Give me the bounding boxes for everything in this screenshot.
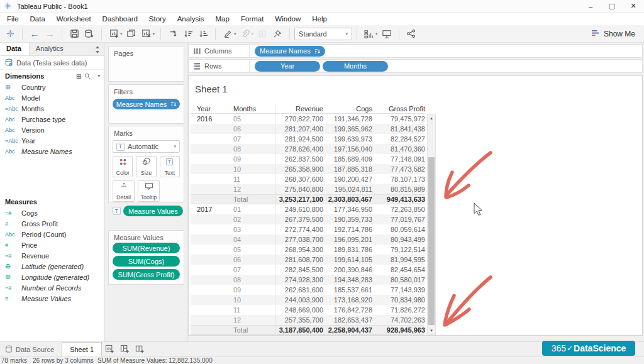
dimension-field[interactable]: AbcModel <box>0 92 104 103</box>
color-button[interactable]: Color <box>113 156 133 177</box>
data-source-item[interactable]: Data (Tesla sales data) <box>0 56 104 70</box>
undo-icon[interactable]: ← <box>28 28 42 40</box>
dimensions-menu-caret[interactable]: ▾ <box>97 74 100 79</box>
table-row[interactable]: 06281,608,700199,614,10581,994,595 <box>191 255 425 265</box>
shelf-pill-measure-names[interactable]: Measure Names <box>255 46 325 57</box>
table-row[interactable]: 06281,207,400199,365,96281,841,438 <box>191 124 425 134</box>
new-worksheet-tab-icon[interactable] <box>102 342 117 356</box>
clear-sheet-caret[interactable]: ▾ <box>153 31 155 36</box>
fit-caret[interactable]: ▾ <box>375 31 378 36</box>
show-mark-labels-icon[interactable]: T <box>255 28 269 40</box>
marks-pill-measure-values[interactable]: Measure Values <box>123 206 183 216</box>
menu-analysis[interactable]: Analysis <box>172 14 210 24</box>
tab-analytics[interactable]: Analytics <box>30 43 71 55</box>
table-row[interactable]: 08274,928,300194,348,28380,580,017 <box>191 275 425 285</box>
table-row[interactable]: 12275,840,800195,024,81180,815,989 <box>191 184 425 194</box>
text-button[interactable]: TText <box>160 156 180 177</box>
table-row[interactable]: 07282,845,500200,390,84682,454,654 <box>191 265 425 275</box>
vertical-scrollbar[interactable]: ▴ ▾ <box>427 114 436 335</box>
measure-field[interactable]: #Measure Values <box>0 293 104 304</box>
menu-dashboard[interactable]: Dashboard <box>97 14 143 24</box>
new-data-source-icon[interactable] <box>82 28 96 40</box>
fix-axes-icon[interactable] <box>270 28 284 40</box>
measure-values-pill[interactable]: SUM(Gross Profit) <box>113 269 180 280</box>
measure-field[interactable]: =#Revenue <box>0 250 104 261</box>
table-row[interactable]: 02267,379,500190,359,73377,019,767 <box>191 214 425 224</box>
measure-field[interactable]: #Gross Profit <box>0 218 104 229</box>
swap-rows-columns-icon[interactable] <box>166 28 180 40</box>
minimize-button[interactable]: – <box>580 0 601 12</box>
scrollbar-thumb[interactable] <box>428 157 435 325</box>
table-row[interactable]: 201605270,822,700191,346,72879,475,972 <box>191 114 425 124</box>
maximize-button[interactable]: ▢ <box>601 0 623 12</box>
dimension-field[interactable]: AbcVersion <box>0 124 104 135</box>
shelf-pill-year[interactable]: Year <box>255 61 320 72</box>
dimension-field[interactable]: ⊕Country <box>0 82 104 92</box>
clear-sheet-icon[interactable] <box>140 28 153 40</box>
save-icon[interactable] <box>67 28 81 40</box>
table-total-row[interactable]: Total3,187,850,4002,258,904,437928,945,9… <box>191 325 425 335</box>
fit-mode-select[interactable]: Standard ▾ <box>294 28 352 40</box>
table-row[interactable]: 03272,774,400192,714,78680,059,614 <box>191 224 425 234</box>
group-members-icon[interactable] <box>238 28 252 40</box>
tab-data[interactable]: Data <box>0 43 30 55</box>
measure-values-pill[interactable]: SUM(Cogs) <box>113 256 180 267</box>
table-row[interactable]: 10244,003,900173,168,92070,834,980 <box>191 295 425 305</box>
table-row[interactable]: 201701249,610,800177,346,95072,263,850 <box>191 204 425 214</box>
menu-map[interactable]: Map <box>210 14 235 24</box>
redo-icon[interactable]: → <box>43 28 57 40</box>
data-source-tab[interactable]: Data Source <box>0 342 62 356</box>
measure-field[interactable]: #Price <box>0 240 104 250</box>
detail-button[interactable]: Detail <box>113 180 135 202</box>
menu-story[interactable]: Story <box>143 14 172 24</box>
menu-file[interactable]: File <box>1 14 25 24</box>
filter-pill-measure-names[interactable]: Measure Names <box>113 99 180 109</box>
menu-format[interactable]: Format <box>235 14 269 24</box>
close-button[interactable]: ✕ <box>623 0 644 12</box>
measure-field[interactable]: AbcPeriod (Count) <box>0 229 104 240</box>
mark-type-dropdown[interactable]: T Automatic ▾ <box>113 140 180 153</box>
new-worksheet-caret[interactable]: ▾ <box>120 31 123 36</box>
new-dashboard-tab-icon[interactable] <box>117 342 132 356</box>
table-row[interactable]: 11248,669,000176,842,72871,826,272 <box>191 305 425 315</box>
table-row[interactable]: 08278,626,400197,156,04081,470,360 <box>191 144 425 154</box>
show-me-button[interactable]: Show Me <box>591 30 635 38</box>
tableau-home-icon[interactable] <box>3 28 17 40</box>
size-button[interactable]: Size <box>136 156 156 177</box>
table-row[interactable]: 07281,924,500199,639,97382,284,527 <box>191 134 425 144</box>
dimension-field[interactable]: =AbcYear <box>0 135 104 146</box>
sort-ascending-icon[interactable] <box>181 28 195 40</box>
scroll-up-icon[interactable]: ▴ <box>428 114 435 122</box>
scroll-down-icon[interactable]: ▾ <box>428 327 435 334</box>
table-row[interactable]: 11268,307,600190,200,42778,107,173 <box>191 174 425 184</box>
table-row[interactable]: 04277,038,700196,095,20180,943,499 <box>191 234 425 245</box>
highlight-icon[interactable] <box>221 28 235 40</box>
table-row[interactable]: 09262,837,500185,689,40977,148,091 <box>191 154 425 164</box>
dimension-field[interactable]: AbcPurchase type <box>0 114 104 124</box>
new-worksheet-icon[interactable] <box>107 28 121 40</box>
menu-data[interactable]: Data <box>25 14 51 24</box>
table-total-row[interactable]: Total3,253,217,1002,303,803,467949,413,6… <box>191 194 425 204</box>
dimension-field[interactable]: =AbcMonths <box>0 103 104 114</box>
sheet-1-tab[interactable]: Sheet 1 <box>62 342 102 356</box>
table-row[interactable]: 12257,355,700182,653,43774,702,263 <box>191 315 425 325</box>
table-row[interactable]: 10265,358,900187,885,31877,473,582 <box>191 164 425 174</box>
measure-field[interactable]: ⊕Latitude (generated) <box>0 261 104 272</box>
view-as-grid-icon[interactable]: ⊞ <box>76 73 81 80</box>
highlight-caret[interactable]: ▾ <box>234 31 236 36</box>
table-row[interactable]: 09262,681,600185,537,66177,143,939 <box>191 285 425 295</box>
show-me-panel-icon[interactable] <box>362 28 376 40</box>
shelf-pill-months[interactable]: Months <box>323 61 388 72</box>
measure-field[interactable]: ⊕Longitude (generated) <box>0 272 104 282</box>
new-story-tab-icon[interactable] <box>132 342 147 356</box>
menu-help[interactable]: Help <box>306 14 333 24</box>
dimension-field[interactable]: AbcMeasure Names <box>0 146 104 157</box>
share-icon[interactable] <box>404 28 418 40</box>
sort-descending-icon[interactable] <box>196 28 210 40</box>
menu-window[interactable]: Window <box>269 14 306 24</box>
find-field-icon[interactable] <box>84 73 91 79</box>
tooltip-button[interactable]: Tooltip <box>138 180 160 202</box>
duplicate-icon[interactable] <box>125 28 138 40</box>
table-row[interactable]: 05268,954,300189,831,78679,122,514 <box>191 245 425 255</box>
measure-field[interactable]: =#Cogs <box>0 207 104 218</box>
